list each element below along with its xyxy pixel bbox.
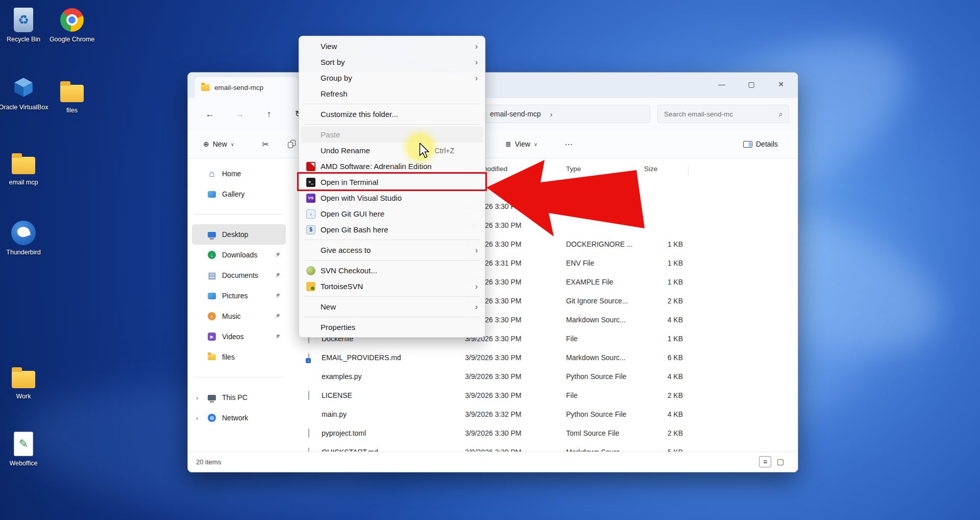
command-bar: ⊕ New ∨ ✂ ≣ View ∨ ⋯ Details (188, 130, 798, 158)
terminal-icon (306, 178, 315, 187)
search-box[interactable]: ⌕ (657, 105, 789, 123)
chrome-icon (60, 8, 84, 32)
sidebar-separator (195, 214, 283, 215)
chevron-down-icon: ∨ (534, 141, 537, 147)
chevron-right-icon: › (475, 74, 478, 83)
view-button[interactable]: ≣ View ∨ (500, 136, 543, 152)
menu-item-refresh[interactable]: Refresh (299, 86, 485, 102)
chevron-right-icon: › (475, 42, 478, 51)
large-thumbnails-toggle[interactable]: ▢ (774, 456, 787, 467)
menu-item-sort-by[interactable]: Sort by › (299, 54, 485, 70)
menu-item-customize-folder[interactable]: Customize this folder... (299, 106, 485, 122)
desktop-icon (208, 232, 216, 238)
git-gui-icon (306, 209, 315, 219)
menu-item-open-with-visual-studio[interactable]: Open with Visual Studio (299, 190, 485, 206)
file-row-email-providers-md[interactable]: EMAIL_PROVIDERS.md 3/9/2026 3:30 PM Mark… (289, 349, 789, 368)
cut-button[interactable]: ✂ (256, 136, 275, 152)
menu-item-open-in-terminal[interactable]: Open in Terminal (299, 174, 485, 190)
menu-item-undo-rename[interactable]: Undo Rename Ctrl+Z (299, 143, 485, 158)
desktop-icon-recycle-bin[interactable]: ♻ Recycle Bin (0, 7, 49, 44)
pin-icon (275, 271, 281, 279)
desktop-icon-label: files (66, 107, 78, 115)
pin-icon (275, 312, 281, 320)
desktop-icon-weboffice[interactable]: ✎ Weboffice (0, 431, 49, 468)
folder-icon (12, 157, 35, 174)
amd-icon (306, 162, 315, 171)
desktop-icon-label: Oracle VirtualBox (0, 104, 48, 112)
videos-icon: ▶ (208, 333, 216, 341)
maximize-button[interactable]: ▢ (737, 75, 766, 94)
desktop-icon-google-chrome[interactable]: Google Chrome (46, 7, 97, 44)
explorer-window: email-send-mcp — ▢ ✕ ← → ↑ ↻ email-send-… (187, 72, 798, 472)
explorer-tab[interactable]: email-send-mcp (195, 77, 298, 98)
menu-item-svn-checkout[interactable]: SVN Checkout... (299, 263, 485, 278)
chevron-right-icon: › (550, 110, 553, 119)
details-pane-button[interactable]: Details (738, 136, 783, 152)
sidebar-item-this-pc[interactable]: › This PC (192, 387, 286, 408)
virtualbox-icon (10, 75, 37, 101)
search-icon[interactable]: ⌕ (773, 110, 789, 119)
sidebar-item-pictures[interactable]: Pictures (192, 286, 286, 306)
markdown-file-icon (308, 353, 309, 362)
menu-item-view[interactable]: View › (299, 38, 485, 54)
sidebar-item-home[interactable]: ⌂ Home (192, 163, 286, 184)
desktop-icon-files[interactable]: files (46, 78, 97, 115)
column-type[interactable]: Type (566, 165, 581, 173)
file-row-main-py[interactable]: main.py 3/9/2026 3:32 PM Python Source F… (289, 406, 789, 424)
search-input[interactable] (658, 110, 773, 118)
desktop-icon-label: Weboffice (9, 460, 37, 468)
menu-item-tortoisesvn[interactable]: TortoiseSVN › (299, 278, 485, 294)
desktop-icon-thunderbird[interactable]: Thunderbird (0, 220, 49, 257)
sidebar-item-documents[interactable]: ▤ Documents (192, 265, 286, 286)
home-icon: ⌂ (207, 169, 216, 178)
chevron-right-icon: › (475, 302, 478, 312)
file-row-pyproject-toml[interactable]: pyproject.toml 3/9/2026 3:30 PM Toml Sou… (289, 424, 789, 443)
minimize-button[interactable]: — (707, 75, 737, 94)
menu-item-give-access-to[interactable]: Give access to › (299, 242, 485, 258)
sidebar-item-videos[interactable]: ▶ Videos (192, 326, 286, 347)
title-bar[interactable]: email-send-mcp — ▢ ✕ (188, 73, 798, 98)
sidebar-item-music[interactable]: ♪ Music (192, 306, 286, 326)
menu-item-new[interactable]: New › (299, 299, 485, 315)
chevron-right-icon[interactable]: › (196, 394, 198, 401)
close-button[interactable]: ✕ (766, 75, 796, 94)
tortoisesvn-icon (306, 282, 315, 291)
column-size[interactable]: Size (644, 165, 657, 173)
chevron-right-icon[interactable]: › (196, 414, 198, 422)
sidebar-item-files[interactable]: files (192, 347, 286, 367)
desktop-icon-oracle-virtualbox[interactable]: Oracle VirtualBox (0, 75, 49, 112)
sidebar-item-gallery[interactable]: Gallery (192, 184, 286, 204)
file-icon (308, 391, 309, 400)
downloads-icon: ↓ (208, 251, 216, 259)
menu-item-open-git-gui[interactable]: Open Git GUI here (299, 206, 485, 222)
file-row-license[interactable]: LICENSE 3/9/2026 3:30 PM File 2 KB (289, 387, 789, 406)
sidebar-item-desktop[interactable]: Desktop (192, 224, 286, 245)
back-button[interactable]: ← (201, 106, 218, 122)
view-icon: ≣ (505, 140, 511, 148)
desktop-icon-work[interactable]: Work (0, 364, 49, 401)
breadcrumb[interactable]: email-send-mcp (490, 110, 541, 118)
file-icon (308, 429, 309, 438)
column-divider[interactable] (633, 165, 633, 176)
menu-item-properties[interactable]: Properties (299, 319, 485, 335)
desktop-icon-label: Google Chrome (50, 36, 94, 44)
more-options-button[interactable]: ⋯ (559, 136, 578, 152)
desktop-icon-email-mcp[interactable]: email mcp (0, 150, 49, 187)
details-view-toggle[interactable]: ≡ (759, 456, 771, 467)
menu-item-paste[interactable]: Paste (301, 127, 483, 143)
folder-icon (201, 84, 210, 91)
menu-item-amd-software[interactable]: AMD Software: Adrenalin Edition (299, 158, 485, 174)
pin-icon (275, 292, 281, 300)
forward-button[interactable]: → (231, 106, 248, 122)
pin-icon (275, 251, 281, 259)
menu-item-open-git-bash[interactable]: Open Git Bash here (299, 222, 485, 238)
desktop-icon-label: Thunderbird (6, 249, 40, 257)
chevron-right-icon: › (475, 58, 478, 67)
file-row-examples-py[interactable]: examples.py 3/9/2026 3:30 PM Python Sour… (289, 368, 789, 387)
menu-item-group-by[interactable]: Group by › (299, 70, 485, 86)
new-button[interactable]: ⊕ New ∨ (198, 136, 239, 152)
sidebar-item-network[interactable]: › ⊕ Network (192, 408, 286, 428)
column-divider[interactable] (688, 165, 689, 176)
up-button[interactable]: ↑ (260, 106, 278, 122)
sidebar-item-downloads[interactable]: ↓ Downloads (192, 245, 286, 265)
